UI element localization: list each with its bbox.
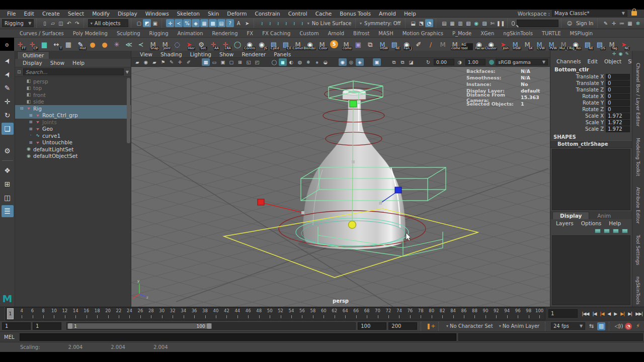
sidebar-vertical-tab[interactable]: Channel Box / Layer Editor bbox=[635, 63, 641, 127]
use-all-lights-icon[interactable]: ◍ bbox=[296, 58, 304, 66]
scale-center-handle[interactable] bbox=[349, 221, 356, 229]
outliner-item[interactable]: · curve1 bbox=[15, 132, 131, 139]
frame-tick[interactable]: 40 bbox=[210, 308, 221, 320]
expand-toggle-icon[interactable]: ⊟ bbox=[19, 106, 24, 111]
frame-tick[interactable]: 98 bbox=[523, 308, 534, 320]
layout-two-pane-icon[interactable]: ◫ bbox=[2, 192, 14, 204]
redo-icon[interactable]: ↷ bbox=[73, 19, 81, 27]
shelf-tab[interactable]: Bifrost bbox=[349, 30, 374, 37]
frame-tick[interactable]: 76 bbox=[405, 308, 415, 320]
expand-toggle-icon[interactable]: ⊞ bbox=[28, 120, 33, 124]
snap-grid-icon[interactable]: ✛ bbox=[166, 19, 174, 27]
image-plane-icon[interactable]: ✎ bbox=[168, 58, 176, 66]
shelf-tool-button[interactable]: ◉ Facial bbox=[473, 38, 485, 50]
shelf-tool-button[interactable]: M come bbox=[340, 38, 352, 50]
pane-maximize-icon[interactable]: ◪ bbox=[407, 58, 415, 66]
frame-tick[interactable]: 64 bbox=[340, 308, 351, 320]
character-set-selector[interactable]: ▾No Character Set bbox=[444, 323, 495, 329]
time-ruler[interactable]: 2468101214161820222426283032343638404244… bbox=[5, 307, 545, 320]
hypershade-icon[interactable]: ▨ bbox=[480, 19, 489, 27]
menu-item[interactable]: Cache bbox=[311, 11, 336, 17]
select-component-icon[interactable]: ▣ bbox=[151, 19, 159, 27]
go-to-start-button[interactable]: |◀◀ bbox=[581, 311, 591, 316]
scale-x-inner-handle[interactable] bbox=[301, 211, 304, 214]
make-live-icon[interactable]: ▩ bbox=[209, 19, 217, 27]
attribute-value-field[interactable]: 1.972 bbox=[606, 126, 630, 132]
workspace-selector[interactable]: Maya Classic* ▼ bbox=[552, 10, 627, 17]
frame-tick[interactable]: 18 bbox=[92, 308, 102, 320]
frame-tick[interactable]: 100 bbox=[534, 308, 544, 320]
attribute-label[interactable]: Scale X bbox=[585, 113, 604, 119]
shelf-tool-button[interactable]: M Joint bbox=[159, 38, 171, 50]
playback-loop-icon[interactable]: ⇆ bbox=[587, 322, 595, 330]
frame-tick[interactable]: 32 bbox=[168, 308, 178, 320]
step-back-key-button[interactable]: |◀ bbox=[598, 311, 605, 316]
textured-icon[interactable]: ◐ bbox=[287, 58, 295, 66]
menu-item[interactable]: Control bbox=[284, 11, 311, 17]
ipr-frame-icon[interactable]: ▦ bbox=[448, 19, 456, 27]
shelf-tool-button[interactable]: / bbox=[425, 38, 437, 50]
move-layer-up-icon[interactable] bbox=[595, 229, 601, 233]
range-slider[interactable]: 1 100 bbox=[66, 322, 356, 330]
speed-icon[interactable]: ◉ bbox=[619, 51, 623, 57]
shelf-tool-button[interactable]: ▤ NE bbox=[582, 38, 594, 50]
command-input[interactable] bbox=[20, 333, 456, 341]
attribute-value-field[interactable]: 0 bbox=[606, 74, 630, 80]
input-connections-icon[interactable]: ≀ bbox=[258, 19, 266, 27]
shelf-tab[interactable]: Arnold bbox=[324, 30, 349, 37]
ipr-render-icon[interactable]: ◔ bbox=[425, 19, 433, 27]
scale-tool-icon[interactable]: ❏ bbox=[2, 123, 14, 135]
outliner-search-input[interactable]: Search... bbox=[23, 68, 124, 75]
menu-item[interactable]: Skin bbox=[204, 11, 223, 17]
wireframe-icon[interactable]: ◯ bbox=[270, 58, 278, 66]
shelf-tool-button[interactable]: M CVW bbox=[533, 38, 545, 50]
outliner-item[interactable]: side bbox=[15, 99, 131, 106]
play-backwards-button[interactable]: ◀ bbox=[606, 311, 612, 316]
frame-tick[interactable]: 30 bbox=[156, 308, 167, 320]
animation-end-field[interactable]: 200 bbox=[388, 322, 417, 330]
shelf-tool-button[interactable]: M bbox=[437, 38, 449, 50]
menu-item[interactable]: Constrain bbox=[251, 11, 284, 17]
shelf-editor-icon[interactable]: ✎ bbox=[602, 19, 610, 27]
shelf-tool-button[interactable]: ▤ CE bbox=[280, 38, 292, 50]
shelf-tool-button[interactable]: ⚙ Set. bbox=[195, 38, 207, 50]
attribute-value-field[interactable]: 0 bbox=[606, 94, 630, 100]
shelf-tab[interactable]: Poly Modeling bbox=[68, 30, 112, 37]
output-connections-icon[interactable]: ≀ bbox=[266, 19, 274, 27]
frame-tick[interactable]: 66 bbox=[351, 308, 361, 320]
hyperbolic-icon[interactable]: ✎ bbox=[625, 51, 629, 57]
render-settings-icon[interactable]: ◉ bbox=[472, 19, 480, 27]
shelf-tool-button[interactable]: ✛ LRA bbox=[219, 38, 231, 50]
attribute-value-field[interactable]: 0 bbox=[606, 100, 630, 106]
frame-tick[interactable]: 82 bbox=[437, 308, 447, 320]
highlight-selection-icon[interactable]: ➤ bbox=[243, 19, 251, 27]
viewport-menu-item[interactable]: View bbox=[136, 51, 156, 57]
safe-title-icon[interactable]: ◰ bbox=[253, 58, 261, 66]
attribute-label[interactable]: Translate Z bbox=[576, 87, 604, 93]
time-slider-grip[interactable] bbox=[0, 307, 5, 320]
shelf-tab[interactable]: Curves / Surfaces bbox=[15, 30, 68, 37]
sign-in-button[interactable]: Sign In bbox=[575, 21, 595, 26]
attribute-value-field[interactable]: 0 bbox=[606, 107, 630, 113]
shelf-tool-button[interactable]: ⧉ bbox=[364, 38, 376, 50]
lock-selection-icon[interactable]: A bbox=[234, 19, 243, 27]
shaded-icon[interactable]: ◼ bbox=[279, 58, 287, 66]
shelf-tool-button[interactable]: ◯ bbox=[231, 38, 244, 50]
layout-settings-icon[interactable]: ▦ bbox=[626, 19, 634, 27]
shelf-tool-button[interactable]: ◉ JS bbox=[256, 38, 268, 50]
snap-help-icon[interactable]: ? bbox=[226, 19, 234, 27]
shelf-tool-button[interactable]: ➤ Join bbox=[497, 38, 509, 50]
scale-y-handle[interactable] bbox=[350, 101, 357, 107]
layout-four-pane-icon[interactable]: ⊞ bbox=[2, 178, 14, 190]
render-current-frame-icon[interactable]: ▤ bbox=[440, 19, 448, 27]
frame-tick[interactable]: 16 bbox=[81, 308, 92, 320]
open-scene-icon[interactable]: ▱ bbox=[49, 19, 57, 27]
frame-tick[interactable]: 78 bbox=[416, 308, 426, 320]
search-icon[interactable] bbox=[512, 21, 515, 26]
attribute-value-field[interactable]: 1.972 bbox=[606, 120, 630, 126]
shelf-tool-button[interactable]: M Mul_C bbox=[557, 38, 570, 50]
shelf-tool-button[interactable]: ≺ bbox=[135, 38, 147, 50]
open-render-view-icon[interactable]: ⬓ bbox=[409, 19, 417, 27]
menu-item[interactable]: Windows bbox=[141, 11, 173, 17]
shelf-tab[interactable]: Sculpting bbox=[112, 30, 145, 37]
